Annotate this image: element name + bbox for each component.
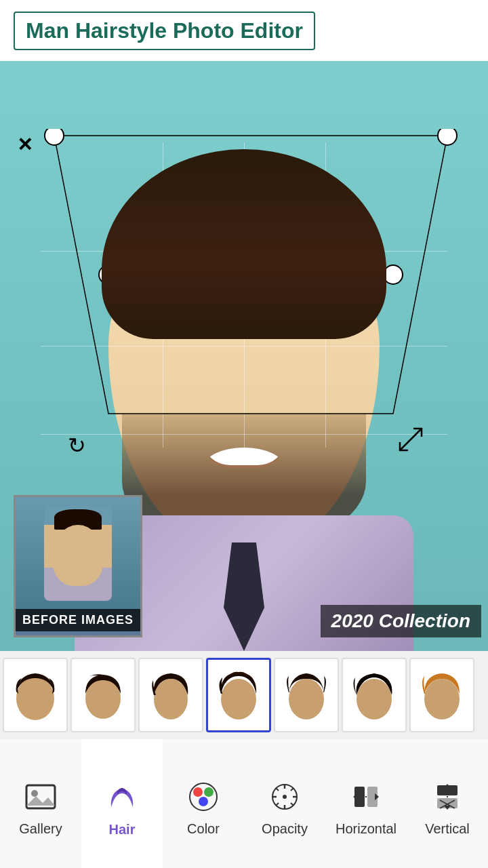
horizontal-icon <box>347 778 385 816</box>
collection-label: 2020 Collection <box>321 605 481 637</box>
svg-line-28 <box>291 788 293 791</box>
svg-point-21 <box>283 795 287 799</box>
scale-icon[interactable] <box>399 427 423 456</box>
svg-point-17 <box>193 787 203 797</box>
gallery-icon <box>22 778 60 816</box>
canvas-area: ✕ ↻ BEFORE IMAGES 2020 Collection <box>0 61 488 651</box>
before-label: BEFORE IMAGES <box>16 609 140 631</box>
hair-style-item-3[interactable] <box>138 658 203 732</box>
color-icon <box>184 778 222 816</box>
hair-styles-row <box>0 651 488 739</box>
svg-point-9 <box>154 679 188 719</box>
rotate-icon[interactable]: ↻ <box>68 433 86 458</box>
hair-style-item-1[interactable] <box>3 658 68 732</box>
svg-line-27 <box>291 803 293 806</box>
app-title: Man Hairstyle Photo Editor <box>14 12 315 50</box>
toolbar-item-horizontal[interactable]: Horizontal <box>325 739 407 868</box>
toolbar-item-hair[interactable]: Hair <box>81 739 163 868</box>
hair-style-item-5[interactable] <box>274 658 339 732</box>
hair-overlay <box>102 149 386 339</box>
hair-style-item-2[interactable] <box>70 658 136 732</box>
hair-label: Hair <box>109 822 136 837</box>
svg-point-15 <box>31 790 38 797</box>
svg-point-12 <box>357 679 392 719</box>
vertical-icon <box>428 778 466 816</box>
opacity-label: Opacity <box>262 821 308 837</box>
gallery-label: Gallery <box>19 821 62 837</box>
svg-line-29 <box>276 803 279 806</box>
color-label: Color <box>187 821 220 837</box>
before-thumbnail[interactable]: BEFORE IMAGES <box>14 495 142 637</box>
svg-point-13 <box>424 679 460 719</box>
horizontal-label: Horizontal <box>336 821 396 837</box>
svg-point-19 <box>199 797 208 806</box>
svg-point-10 <box>221 679 256 719</box>
svg-point-18 <box>204 787 214 797</box>
before-thumbnail-image <box>16 497 140 609</box>
svg-line-6 <box>400 429 422 450</box>
hair-icon <box>103 778 141 816</box>
toolbar-item-opacity[interactable]: Opacity <box>244 739 325 868</box>
svg-point-7 <box>16 677 54 720</box>
vertical-label: Vertical <box>425 821 470 837</box>
opacity-icon <box>266 778 304 816</box>
toolbar-item-gallery[interactable]: Gallery <box>0 739 81 868</box>
hair-style-item-6[interactable] <box>342 658 407 732</box>
bottom-toolbar: Gallery Hair Color <box>0 739 488 868</box>
header: Man Hairstyle Photo Editor <box>0 0 488 61</box>
hair-style-item-7[interactable] <box>409 658 474 732</box>
hair-style-item-4[interactable] <box>206 658 271 732</box>
toolbar-item-vertical[interactable]: Vertical <box>407 739 488 868</box>
toolbar-item-color[interactable]: Color <box>163 739 244 868</box>
close-button[interactable]: ✕ <box>12 132 37 157</box>
svg-line-26 <box>276 788 279 791</box>
svg-point-11 <box>289 679 324 719</box>
tie <box>224 542 264 651</box>
